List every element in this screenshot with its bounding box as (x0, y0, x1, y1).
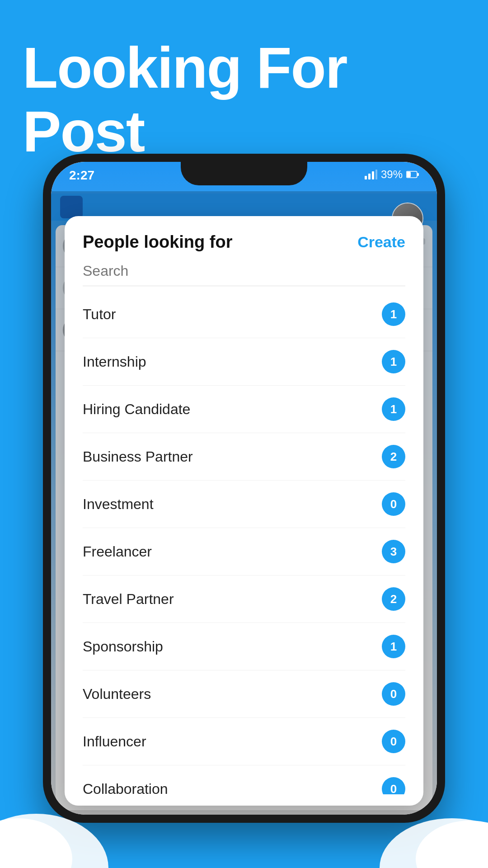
list-item-label: Influencer (83, 733, 146, 750)
svg-rect-5 (407, 172, 411, 177)
list-item[interactable]: Influencer0 (83, 718, 405, 765)
phone-screen: 2:27 39% (51, 162, 437, 815)
svg-rect-1 (368, 174, 371, 179)
count-badge: 1 (382, 302, 405, 326)
svg-rect-6 (417, 173, 419, 176)
search-input[interactable] (83, 263, 405, 279)
list-item[interactable]: Volunteers0 (83, 670, 405, 718)
count-badge: 1 (382, 397, 405, 421)
list-item-label: Business Partner (83, 448, 193, 465)
phone-frame: 2:27 39% (43, 154, 445, 823)
signal-icon (365, 170, 377, 179)
list-item[interactable]: Collaboration0 (83, 765, 405, 794)
count-badge: 1 (382, 350, 405, 373)
svg-rect-0 (365, 176, 367, 179)
list-item-label: Internship (83, 354, 146, 370)
phone-device: 2:27 39% (43, 154, 445, 823)
create-button[interactable]: Create (357, 233, 405, 251)
search-bar[interactable] (83, 263, 405, 286)
count-badge: 2 (382, 587, 405, 611)
status-bar: 2:27 39% (51, 162, 437, 191)
list-item[interactable]: Sponsorship1 (83, 623, 405, 670)
status-icons: 39% (365, 168, 419, 181)
modal-header: People looking for Create (65, 216, 423, 252)
hero-title: Looking For Post (23, 36, 465, 164)
svg-rect-3 (375, 170, 377, 179)
count-badge: 0 (382, 492, 405, 516)
count-badge: 0 (382, 730, 405, 753)
list-item-label: Sponsorship (83, 638, 163, 655)
category-list: Tutor1Internship1Hiring Candidate1Busine… (65, 291, 423, 794)
list-item-label: Hiring Candidate (83, 401, 190, 418)
count-badge: 3 (382, 540, 405, 563)
list-item[interactable]: Investment0 (83, 481, 405, 528)
battery-icon (406, 170, 419, 179)
list-item-label: Travel Partner (83, 591, 174, 608)
list-item-label: Investment (83, 496, 154, 513)
count-badge: 0 (382, 682, 405, 706)
modal-title: People looking for (83, 232, 232, 252)
list-item-label: Freelancer (83, 543, 152, 560)
list-item[interactable]: Business Partner2 (83, 433, 405, 481)
list-item-label: Collaboration (83, 781, 168, 795)
modal-sheet: People looking for Create Tutor1Internsh… (65, 216, 423, 806)
count-badge: 0 (382, 777, 405, 794)
list-item[interactable]: Freelancer3 (83, 528, 405, 576)
svg-rect-2 (372, 171, 374, 179)
list-item-label: Volunteers (83, 686, 151, 703)
list-item[interactable]: Hiring Candidate1 (83, 386, 405, 433)
list-item[interactable]: Travel Partner2 (83, 576, 405, 623)
list-item[interactable]: Internship1 (83, 338, 405, 386)
list-item-label: Tutor (83, 306, 116, 323)
battery-level: 39% (381, 168, 403, 181)
list-item[interactable]: Tutor1 (83, 291, 405, 338)
status-time: 2:27 (69, 168, 94, 183)
count-badge: 2 (382, 445, 405, 468)
count-badge: 1 (382, 635, 405, 658)
